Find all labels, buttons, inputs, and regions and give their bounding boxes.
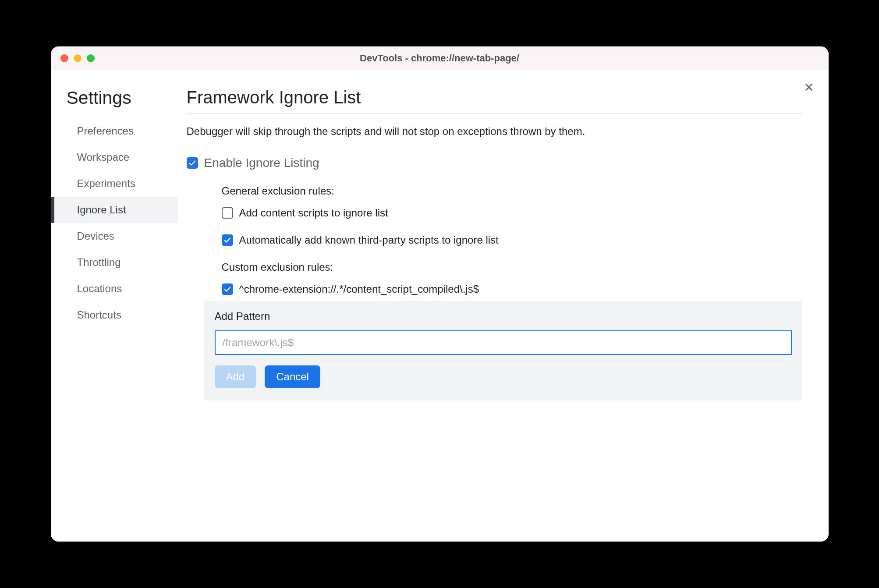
page-title: Framework Ignore List [187,88,802,114]
cancel-button[interactable]: Cancel [265,365,320,388]
sidebar-item-experiments[interactable]: Experiments [51,170,178,197]
zoom-window-icon[interactable] [87,54,95,62]
general-exclusion-label: General exclusion rules: [222,185,802,197]
auto-third-party-checkbox[interactable] [222,234,233,246]
general-exclusion-section: General exclusion rules: Add content scr… [187,185,802,246]
window-title: DevTools - chrome://new-tab-page/ [51,53,829,64]
custom-exclusion-label: Custom exclusion rules: [222,261,802,273]
sidebar-item-shortcuts[interactable]: Shortcuts [51,302,178,328]
auto-third-party-row[interactable]: Automatically add known third-party scri… [222,234,802,246]
sidebar-item-workspace[interactable]: Workspace [51,144,178,170]
traffic-lights [51,54,95,62]
add-content-scripts-label: Add content scripts to ignore list [239,207,388,219]
sidebar-item-throttling[interactable]: Throttling [51,249,178,276]
close-window-icon[interactable] [60,54,68,62]
enable-ignore-listing-row[interactable]: Enable Ignore Listing [187,156,802,170]
minimize-window-icon[interactable] [74,54,82,62]
auto-third-party-label: Automatically add known third-party scri… [239,234,499,246]
devtools-window: DevTools - chrome://new-tab-page/ Settin… [51,46,829,542]
add-pattern-title: Add Pattern [215,310,792,322]
custom-rule-0-checkbox[interactable] [222,283,233,295]
sidebar-item-locations[interactable]: Locations [51,276,178,302]
titlebar: DevTools - chrome://new-tab-page/ [51,46,829,70]
main-panel: Framework Ignore List Debugger will skip… [178,70,829,542]
sidebar-item-preferences[interactable]: Preferences [51,118,178,144]
sidebar-title: Settings [65,88,178,108]
enable-ignore-listing-label: Enable Ignore Listing [204,156,319,170]
window-body: Settings Preferences Workspace Experimen… [51,70,829,542]
settings-sidebar: Settings Preferences Workspace Experimen… [51,70,178,542]
add-button[interactable]: Add [215,365,256,388]
add-pattern-buttons: Add Cancel [215,365,792,388]
custom-rule-0-row[interactable]: ^chrome-extension://.*/content_script_co… [222,283,802,295]
add-pattern-input[interactable] [215,330,792,355]
close-icon[interactable] [801,80,816,95]
add-pattern-block: Add Pattern Add Cancel [204,301,802,400]
add-content-scripts-checkbox[interactable] [222,207,233,219]
custom-exclusion-section: Custom exclusion rules: ^chrome-extensio… [187,261,802,295]
sidebar-item-ignore-list[interactable]: Ignore List [51,197,178,223]
enable-ignore-listing-checkbox[interactable] [187,157,198,169]
custom-rule-0-label: ^chrome-extension://.*/content_script_co… [239,283,479,295]
add-content-scripts-row[interactable]: Add content scripts to ignore list [222,207,802,219]
page-description: Debugger will skip through the scripts a… [187,125,802,138]
sidebar-item-devices[interactable]: Devices [51,223,178,249]
